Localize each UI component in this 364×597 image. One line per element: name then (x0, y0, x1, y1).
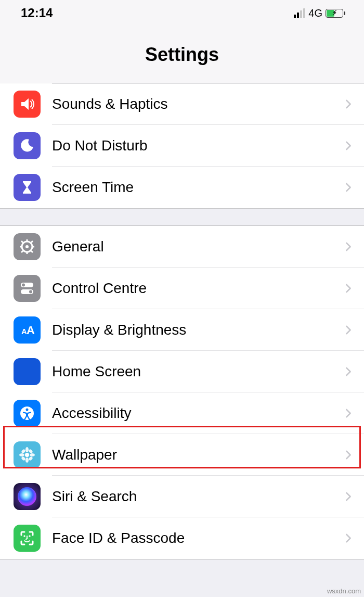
settings-row-face-id-passcode[interactable]: Face ID & Passcode (0, 517, 364, 559)
settings-row-label: Home Screen (52, 363, 344, 380)
network-label: 4G (308, 7, 322, 19)
chevron-right-icon (344, 408, 353, 419)
text-size-icon (14, 316, 41, 344)
settings-group: Sounds & HapticsDo Not DisturbScreen Tim… (0, 83, 364, 209)
status-time: 12:14 (21, 6, 53, 20)
settings-row-label: Face ID & Passcode (52, 530, 344, 547)
settings-row-home-screen[interactable]: Home Screen (0, 351, 364, 392)
settings-row-accessibility[interactable]: Accessibility (0, 392, 364, 434)
chevron-right-icon (344, 98, 353, 110)
settings-row-label: Display & Brightness (52, 322, 344, 338)
settings-row-general[interactable]: General (0, 226, 364, 268)
gear-icon (14, 233, 41, 260)
page-title: Settings (145, 44, 219, 66)
status-indicators: 4G ⚡︎ (294, 7, 343, 19)
settings-row-wallpaper[interactable]: Wallpaper (0, 434, 364, 476)
settings-row-label: Sounds & Haptics (52, 96, 344, 112)
chevron-right-icon (344, 324, 353, 336)
settings-row-label: Accessibility (52, 405, 344, 422)
chevron-right-icon (344, 182, 353, 193)
siri-icon (14, 483, 41, 510)
chevron-right-icon (344, 449, 353, 461)
chevron-right-icon (344, 283, 353, 294)
home-grid-icon (14, 358, 41, 385)
chevron-right-icon (344, 241, 353, 252)
settings-row-label: Screen Time (52, 179, 344, 196)
settings-row-siri-search[interactable]: Siri & Search (0, 476, 364, 517)
chevron-right-icon (344, 140, 353, 151)
settings-row-display-brightness[interactable]: Display & Brightness (0, 309, 364, 351)
status-bar: 12:14 4G ⚡︎ (0, 0, 364, 26)
settings-group: GeneralControl CentreDisplay & Brightnes… (0, 225, 364, 560)
chevron-right-icon (344, 532, 353, 544)
toggles-icon (14, 275, 41, 302)
settings-row-label: Wallpaper (52, 447, 344, 463)
speaker-icon (14, 91, 41, 118)
settings-row-label: Do Not Disturb (52, 137, 344, 154)
navigation-header: Settings (0, 26, 364, 83)
signal-icon (294, 8, 305, 18)
moon-icon (14, 132, 41, 159)
settings-row-screen-time[interactable]: Screen Time (0, 167, 364, 208)
settings-row-label: Siri & Search (52, 488, 344, 505)
faceid-icon (14, 525, 41, 552)
hourglass-icon (14, 174, 41, 201)
settings-row-control-centre[interactable]: Control Centre (0, 268, 364, 309)
chevron-right-icon (344, 366, 353, 377)
accessibility-icon (14, 400, 41, 427)
battery-charging-icon: ⚡︎ (326, 9, 343, 18)
settings-row-sounds-haptics[interactable]: Sounds & Haptics (0, 83, 364, 125)
settings-row-label: General (52, 238, 344, 255)
flower-icon (14, 441, 41, 468)
settings-row-label: Control Centre (52, 280, 344, 297)
settings-row-do-not-disturb[interactable]: Do Not Disturb (0, 125, 364, 167)
chevron-right-icon (344, 491, 353, 502)
watermark: wsxdn.com (327, 587, 361, 595)
